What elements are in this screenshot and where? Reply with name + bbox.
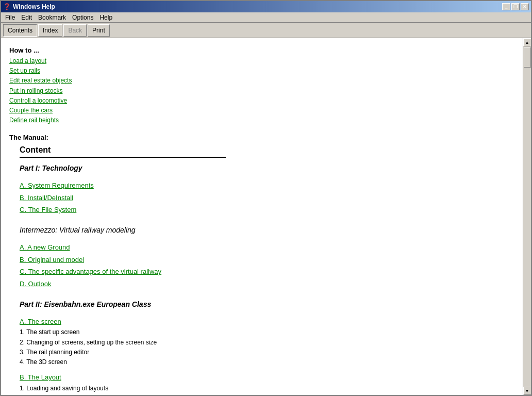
part1-link-2[interactable]: C. The File System	[20, 204, 514, 216]
content-area: How to ... Load a layout Set up rails Ed…	[1, 38, 531, 395]
layout-subitem-0: 1. Loading and saving of layouts	[20, 384, 514, 393]
menu-file[interactable]: File	[2, 13, 18, 22]
minimize-button[interactable]: _	[502, 3, 510, 10]
howto-link-2[interactable]: Edit real estate objects	[9, 76, 514, 86]
howto-link-0[interactable]: Load a layout	[9, 56, 514, 66]
window-title: Windows Help	[13, 3, 55, 10]
intermezzo-link-2[interactable]: C. The specific advantages of the virtua…	[20, 266, 514, 277]
scrollbar: ▲ ▼	[523, 38, 531, 395]
scroll-up-button[interactable]: ▲	[523, 38, 531, 46]
scroll-thumb[interactable]	[524, 47, 531, 68]
title-bar: ❓ Windows Help _ ❐ ✕	[1, 1, 531, 12]
manual-label: The Manual:	[9, 134, 514, 141]
howto-link-5[interactable]: Couple the cars	[9, 106, 514, 116]
howto-link-4[interactable]: Controll a locomotive	[9, 96, 514, 106]
title-buttons: _ ❐ ✕	[502, 3, 529, 10]
howto-link-1[interactable]: Set up rails	[9, 66, 514, 76]
menu-bookmark[interactable]: Bookmark	[35, 13, 69, 22]
scroll-track[interactable]	[523, 46, 531, 387]
print-button[interactable]: Print	[88, 24, 110, 37]
howto-link-3[interactable]: Put in rolling stocks	[9, 86, 514, 96]
part1-link-1[interactable]: B. Install/DeInstall	[20, 192, 514, 204]
howto-heading: How to ...	[9, 46, 514, 54]
intermezzo-link-0[interactable]: A. A new Ground	[20, 241, 514, 253]
part2-link-0[interactable]: A. The screen	[20, 316, 514, 327]
window-icon: ❓	[3, 3, 11, 10]
howto-link-6[interactable]: Define rail heights	[9, 116, 514, 125]
intermezzo-link-3[interactable]: D. Outlook	[20, 278, 514, 290]
part2-heading: Part II: Eisenbahn.exe European Class	[20, 300, 514, 308]
part1-link-0[interactable]: A. System Requirements	[20, 179, 514, 191]
screen-subitem-3: 4. The 3D screen	[20, 357, 514, 367]
close-button[interactable]: ✕	[521, 3, 529, 10]
screen-subitem-2: 3. The rail planning editor	[20, 348, 514, 357]
intermezzo-heading: Intermezzo: Virtual railway modeling	[20, 226, 514, 234]
intermezzo-link-1[interactable]: B. Original und model	[20, 254, 514, 266]
menu-edit[interactable]: Edit	[18, 13, 35, 22]
scroll-down-button[interactable]: ▼	[523, 387, 531, 395]
menu-help[interactable]: Help	[96, 13, 115, 22]
content-title: Content	[20, 145, 514, 155]
main-content: How to ... Load a layout Set up rails Ed…	[1, 38, 523, 395]
contents-tab[interactable]: Contents	[3, 24, 37, 37]
part1-heading: Part I: Technology	[20, 164, 514, 172]
content-divider	[20, 157, 226, 158]
index-tab[interactable]: Index	[38, 24, 62, 37]
restore-button[interactable]: ❐	[511, 3, 520, 10]
toolbar: Contents Index Back Print	[1, 23, 531, 38]
screen-subitem-0: 1. The start up screen	[20, 327, 514, 337]
title-bar-left: ❓ Windows Help	[3, 3, 55, 10]
menu-bar: File Edit Bookmark Options Help	[1, 12, 531, 23]
menu-options[interactable]: Options	[69, 13, 96, 22]
back-button[interactable]: Back	[63, 24, 87, 37]
screen-subitem-1: 2. Changing of screens, setting up the s…	[20, 338, 514, 348]
main-window: ❓ Windows Help _ ❐ ✕ File Edit Bookmark …	[0, 0, 532, 396]
part2-link-1[interactable]: B. The Layout	[20, 371, 514, 383]
